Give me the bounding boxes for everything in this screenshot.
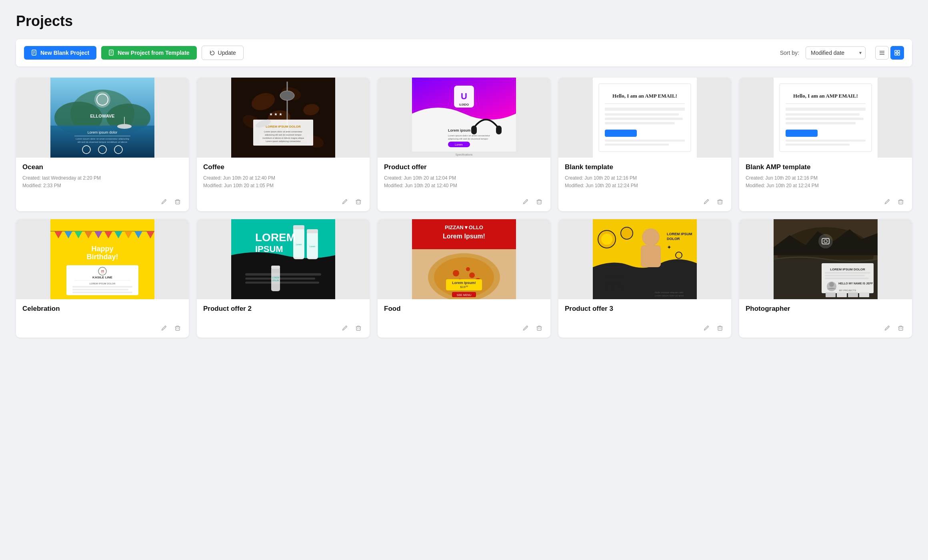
card-thumbnail-food: PIZZAN▼OLLO Lorem Ipsum! Lorem Ipsum! $1… — [378, 219, 550, 299]
edit-button-celebration[interactable] — [159, 323, 169, 333]
svg-rect-150 — [356, 327, 360, 330]
card-meta-blank-amp: Created: Jun 10th 20 at 12:16 PMModified… — [746, 174, 906, 190]
trash-icon — [717, 198, 723, 205]
svg-text:★ ★ ★: ★ ★ ★ — [269, 112, 282, 116]
card-name-blank-template: Blank template — [565, 163, 725, 171]
list-view-button[interactable] — [875, 46, 889, 60]
page-title: Projects — [16, 13, 912, 30]
card-actions-celebration — [16, 320, 189, 338]
grid-view-button[interactable] — [890, 46, 904, 60]
svg-rect-203 — [825, 272, 870, 274]
svg-point-159 — [469, 272, 475, 278]
project-card-coffee[interactable]: ★ ★ ★ LOREM IPSUM DOLOR Lorem ipsum dolo… — [197, 78, 370, 211]
new-blank-icon — [31, 50, 38, 56]
project-card-ocean[interactable]: ELLOWAVE Lorem ipsum dolor Lorem ipsum d… — [16, 78, 189, 211]
trash-icon — [898, 325, 904, 331]
delete-button-blank-template[interactable] — [715, 197, 725, 206]
svg-rect-88 — [718, 200, 722, 204]
svg-text:Lorem Ipsum!: Lorem Ipsum! — [443, 233, 485, 240]
edit-icon — [522, 198, 529, 205]
svg-point-198 — [818, 234, 833, 248]
sort-wrapper: Modified date Created date Name ▾ — [806, 46, 866, 59]
svg-text:Lorem: Lorem — [310, 245, 315, 248]
svg-rect-140 — [307, 229, 318, 233]
card-actions-coffee — [197, 194, 370, 211]
edit-icon — [884, 198, 890, 205]
svg-text:LOREM: LOREM — [605, 273, 625, 280]
svg-rect-205 — [825, 278, 869, 279]
project-card-blank-template[interactable]: Hello, I am an AMP EMAIL! Blank template… — [558, 78, 731, 211]
svg-rect-73 — [537, 200, 541, 204]
svg-text:Lorem ipsum dolor: Lorem ipsum dolor — [88, 130, 118, 134]
card-name-blank-amp: Blank AMP template — [746, 163, 906, 171]
edit-icon — [342, 198, 348, 205]
svg-text:Lorem ipsum dolor sit amet: Lorem ipsum dolor sit amet — [655, 294, 684, 297]
new-template-icon — [108, 50, 115, 56]
svg-text:adipiscing elit sed do eiusmod: adipiscing elit sed do eiusmod tempor — [265, 134, 302, 136]
svg-text:U: U — [461, 91, 467, 101]
delete-button-product-offer[interactable] — [534, 197, 544, 206]
svg-text:UJIDO: UJIDO — [459, 103, 469, 106]
card-thumbnail-blank-amp: Hello, I am an AMP EMAIL! — [739, 78, 912, 158]
edit-button-product-offer-3[interactable] — [702, 323, 711, 333]
svg-point-161 — [466, 267, 470, 271]
delete-button-celebration[interactable] — [173, 323, 182, 333]
svg-text:Birthday!: Birthday! — [86, 253, 118, 261]
svg-rect-171 — [537, 327, 541, 330]
project-card-food[interactable]: PIZZAN▼OLLO Lorem Ipsum! Lorem Ipsum! $1… — [378, 219, 550, 338]
delete-button-product-offer-3[interactable] — [715, 323, 725, 333]
project-card-celebration[interactable]: Happy Birthday! ⏰ KASILE LINE LOREM IPSU… — [16, 219, 189, 338]
card-thumbnail-photographer: LOREM IPSUM DOLOR HELLO MY NAME IS JEFF … — [739, 219, 912, 299]
card-body-food: Food — [378, 299, 550, 320]
new-blank-project-button[interactable]: New Blank Project — [24, 46, 96, 60]
delete-button-ocean[interactable] — [173, 197, 182, 206]
card-thumbnail-coffee: ★ ★ ★ LOREM IPSUM DOLOR Lorem ipsum dolo… — [197, 78, 370, 158]
new-template-project-button[interactable]: New Project from Template — [101, 46, 196, 60]
delete-button-coffee[interactable] — [354, 197, 363, 206]
trash-icon — [536, 198, 542, 205]
svg-rect-84 — [605, 122, 675, 124]
project-card-product-offer-2[interactable]: LOREM IPSUM Lorem Lorem LOREM IPSUM — [197, 219, 370, 338]
svg-rect-190 — [718, 327, 722, 330]
edit-button-ocean[interactable] — [159, 197, 169, 206]
svg-text:LOREM: LOREM — [272, 276, 279, 279]
card-actions-product-offer — [378, 194, 550, 211]
svg-text:Hello, I am an AMP EMAIL!: Hello, I am an AMP EMAIL! — [612, 93, 677, 99]
edit-button-blank-amp[interactable] — [882, 197, 892, 206]
edit-button-blank-template[interactable] — [702, 197, 711, 206]
svg-text:Lorem: Lorem — [455, 143, 463, 146]
svg-text:PIZZAN▼OLLO: PIZZAN▼OLLO — [445, 224, 483, 230]
project-card-product-offer-3[interactable]: LOREM IPSUM DOLOR ✦ LOREM IPSUM DOLOR Nu… — [558, 219, 731, 338]
edit-button-coffee[interactable] — [340, 197, 350, 206]
svg-rect-128 — [72, 289, 128, 290]
card-name-ocean: Ocean — [22, 163, 182, 171]
project-card-product-offer[interactable]: U UJIDO Lorem ipsum Lorem ipsum dolor si… — [378, 78, 550, 211]
card-name-photographer: Photographer — [746, 305, 906, 313]
delete-button-product-offer-2[interactable] — [354, 323, 363, 333]
svg-rect-55 — [356, 200, 360, 204]
svg-rect-98 — [786, 118, 864, 120]
svg-text:Specifications: Specifications — [455, 153, 473, 156]
svg-rect-213 — [859, 292, 869, 297]
svg-point-177 — [601, 234, 612, 245]
delete-button-photographer[interactable] — [896, 323, 906, 333]
card-meta-coffee: Created: Jun 10th 20 at 12:40 PMModified… — [203, 174, 363, 190]
project-card-photographer[interactable]: LOREM IPSUM DOLOR HELLO MY NAME IS JEFF … — [739, 219, 912, 338]
delete-button-food[interactable] — [534, 323, 544, 333]
edit-button-product-offer[interactable] — [521, 197, 530, 206]
svg-rect-87 — [605, 144, 669, 146]
edit-button-photographer[interactable] — [882, 323, 892, 333]
svg-rect-96 — [786, 108, 866, 111]
edit-button-food[interactable] — [521, 323, 530, 333]
card-body-coffee: Coffee Created: Jun 10th 20 at 12:40 PMM… — [197, 158, 370, 194]
svg-rect-204 — [825, 275, 865, 276]
card-thumbnail-product-offer-2: LOREM IPSUM Lorem Lorem LOREM IPSUM — [197, 219, 370, 299]
svg-rect-180 — [641, 245, 661, 267]
sort-select[interactable]: Modified date Created date Name — [806, 46, 866, 59]
edit-button-product-offer-2[interactable] — [340, 323, 350, 333]
update-button[interactable]: Update — [202, 46, 244, 60]
project-card-blank-amp[interactable]: Hello, I am an AMP EMAIL! Blank AMP temp… — [739, 78, 912, 211]
delete-button-blank-amp[interactable] — [896, 197, 906, 206]
edit-icon — [161, 198, 167, 205]
svg-rect-100 — [786, 130, 818, 137]
